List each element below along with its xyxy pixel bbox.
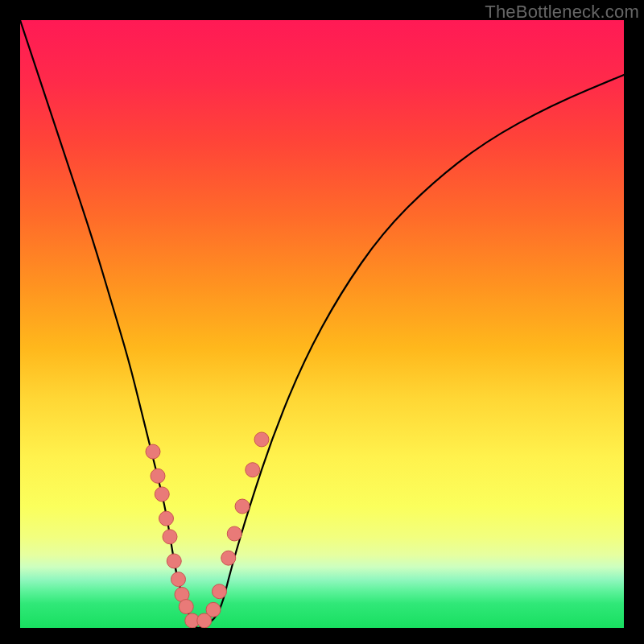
- curve-marker: [227, 526, 242, 541]
- curve-marker: [151, 469, 165, 483]
- chart-overlay: [20, 20, 624, 628]
- chart-frame: [20, 20, 624, 628]
- curve-marker: [254, 432, 269, 447]
- curve-marker: [159, 511, 174, 526]
- curve-markers: [146, 432, 269, 628]
- curve-marker: [163, 530, 177, 544]
- curve-marker: [221, 551, 236, 565]
- curve-marker: [235, 499, 250, 514]
- watermark-text: TheBottleneck.com: [485, 2, 639, 23]
- curve-marker: [206, 602, 221, 617]
- curve-marker: [179, 600, 193, 614]
- curve-marker: [246, 463, 260, 477]
- curve-marker: [171, 572, 186, 587]
- bottleneck-curve: [20, 20, 624, 628]
- curve-marker: [167, 554, 181, 568]
- curve-marker: [155, 487, 169, 502]
- curve-marker: [146, 444, 160, 459]
- curve-marker: [213, 584, 227, 599]
